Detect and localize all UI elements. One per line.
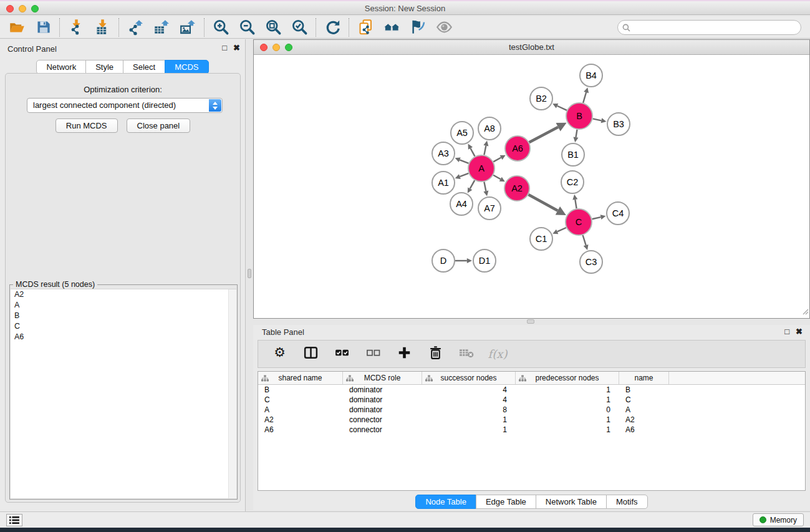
zoom-selected-button[interactable] — [289, 18, 310, 37]
graph-edge-C-C3[interactable] — [583, 235, 589, 250]
graph-edge-A-A3[interactable] — [455, 158, 469, 163]
graph-node-A[interactable]: A — [468, 155, 494, 181]
graph-node-B3[interactable]: B3 — [607, 113, 630, 135]
horizontal-splitter-handle[interactable] — [527, 319, 534, 324]
graph-edge-A6-B[interactable] — [529, 123, 567, 143]
column-header-successor-nodes[interactable]: successor nodes — [422, 372, 516, 384]
export-network-button[interactable] — [125, 18, 146, 37]
table-row[interactable]: Bdominator41B — [258, 385, 805, 395]
tab-select[interactable]: Select — [123, 60, 165, 74]
graph-edge-C-C4[interactable] — [592, 215, 605, 220]
run-mcds-button[interactable]: Run MCDS — [55, 118, 118, 133]
graph-node-A2[interactable]: A2 — [504, 176, 529, 201]
zoom-fit-button[interactable] — [263, 18, 284, 37]
resize-grip-icon[interactable] — [801, 306, 809, 317]
table-row[interactable]: A6connector11A6 — [258, 425, 805, 435]
graph-node-B1[interactable]: B1 — [562, 143, 584, 166]
graph-node-A7[interactable]: A7 — [478, 197, 501, 220]
tab-network-table[interactable]: Network Table — [536, 495, 607, 509]
table-settings-button[interactable]: ⚙ — [271, 346, 288, 363]
graph-edge-B-B4[interactable] — [583, 87, 589, 103]
graph-edge-B-B1[interactable] — [573, 130, 578, 143]
graph-edge-B-B2[interactable] — [552, 104, 567, 110]
graph-node-C2[interactable]: C2 — [561, 171, 584, 193]
graph-node-B[interactable]: B — [566, 103, 592, 129]
graph-node-C1[interactable]: C1 — [530, 228, 552, 250]
function-builder-button[interactable]: f(x) — [489, 346, 506, 363]
delete-table-button[interactable] — [458, 346, 475, 363]
graph-edge-A2-C[interactable] — [528, 195, 566, 215]
copy-network-button[interactable] — [355, 18, 376, 37]
first-neighbors-button[interactable] — [381, 18, 402, 37]
graph-node-B2[interactable]: B2 — [530, 87, 552, 110]
network-canvas[interactable]: AA1A2A3A4A5A6A7A8BB1B2B3B4CC1C2C3C4DD1 — [254, 55, 809, 318]
tab-node-table[interactable]: Node Table — [415, 495, 476, 509]
graph-edge-D-D1[interactable] — [455, 258, 472, 263]
import-network-button[interactable] — [65, 18, 87, 37]
optimization-criterion-select[interactable]: largest connected component (directed) — [27, 98, 223, 113]
column-header-name[interactable]: name — [619, 372, 669, 384]
vertical-splitter-handle[interactable] — [248, 269, 251, 278]
graph-edge-A-A8[interactable] — [483, 141, 488, 155]
export-table-button[interactable] — [151, 18, 172, 37]
table-row[interactable]: Cdominator41C — [258, 395, 805, 405]
graph-node-C4[interactable]: C4 — [607, 202, 629, 225]
graph-node-A6[interactable]: A6 — [505, 136, 530, 161]
zoom-out-button[interactable] — [236, 18, 258, 37]
graph-edge-A-A4[interactable] — [468, 180, 475, 193]
graph-node-A1[interactable]: A1 — [432, 172, 455, 194]
mcds-result-item[interactable]: C — [11, 321, 236, 332]
graph-edge-A-A6[interactable] — [493, 155, 505, 162]
column-view-button[interactable] — [302, 346, 319, 363]
tab-motifs[interactable]: Motifs — [606, 495, 648, 509]
float-panel-icon[interactable]: □ — [222, 43, 227, 52]
tab-style[interactable]: Style — [85, 60, 123, 74]
clear-all-checks-button[interactable] — [364, 346, 382, 363]
graph-node-D[interactable]: D — [432, 249, 455, 272]
close-table-panel-icon[interactable]: ✖ — [796, 327, 803, 336]
open-button[interactable] — [6, 18, 27, 37]
export-image-button[interactable] — [177, 18, 198, 37]
column-header-predecessor-nodes[interactable]: predecessor nodes — [516, 372, 619, 384]
memory-button[interactable]: Memory — [753, 513, 804, 526]
graph-edge-C-C2[interactable] — [572, 195, 577, 209]
list-scrollbar[interactable] — [228, 289, 236, 498]
graph-edge-A-A2[interactable] — [493, 175, 505, 181]
mcds-result-item[interactable]: B — [11, 311, 236, 321]
delete-entry-button[interactable] — [427, 346, 444, 363]
graph-edge-C-C1[interactable] — [552, 228, 566, 234]
tab-mcds[interactable]: MCDS — [165, 60, 208, 74]
graph-edge-B-B3[interactable] — [593, 118, 607, 123]
add-entry-button[interactable] — [395, 346, 413, 363]
table-row[interactable]: A2connector11A2 — [258, 415, 805, 425]
select-all-checks-button[interactable] — [333, 346, 350, 363]
zoom-in-button[interactable] — [210, 18, 231, 37]
graph-node-C3[interactable]: C3 — [580, 251, 602, 273]
close-panel-button[interactable]: Close panel — [127, 118, 191, 133]
graph-node-A8[interactable]: A8 — [478, 117, 501, 140]
task-history-button[interactable] — [6, 514, 22, 526]
mcds-result-item[interactable]: A6 — [11, 332, 236, 342]
search-input[interactable] — [617, 20, 801, 35]
refresh-button[interactable] — [322, 18, 343, 37]
graph-edge-A-A5[interactable] — [468, 144, 475, 157]
column-header-mcds-role[interactable]: MCDS role — [343, 372, 422, 384]
graph-edge-A-A1[interactable] — [455, 173, 469, 179]
graph-node-A3[interactable]: A3 — [432, 142, 455, 165]
graph-node-D1[interactable]: D1 — [473, 249, 496, 272]
float-table-panel-icon[interactable]: □ — [784, 327, 789, 336]
mcds-result-item[interactable]: A — [11, 300, 236, 311]
graph-node-C[interactable]: C — [566, 209, 592, 235]
graph-node-B4[interactable]: B4 — [580, 64, 602, 87]
hide-graphics-details-button[interactable] — [407, 18, 428, 37]
mcds-result-item[interactable]: A2 — [11, 289, 236, 300]
close-panel-icon[interactable]: ✖ — [233, 43, 240, 52]
save-button[interactable] — [32, 18, 54, 37]
tab-network[interactable]: Network — [36, 60, 86, 74]
table-row[interactable]: Adominator80A — [258, 405, 805, 415]
graph-node-A4[interactable]: A4 — [450, 193, 473, 215]
column-header-shared-name[interactable]: shared name — [258, 372, 343, 384]
graph-edge-A-A7[interactable] — [483, 182, 488, 196]
graph-node-A5[interactable]: A5 — [451, 122, 473, 144]
eye-button[interactable] — [433, 18, 455, 37]
